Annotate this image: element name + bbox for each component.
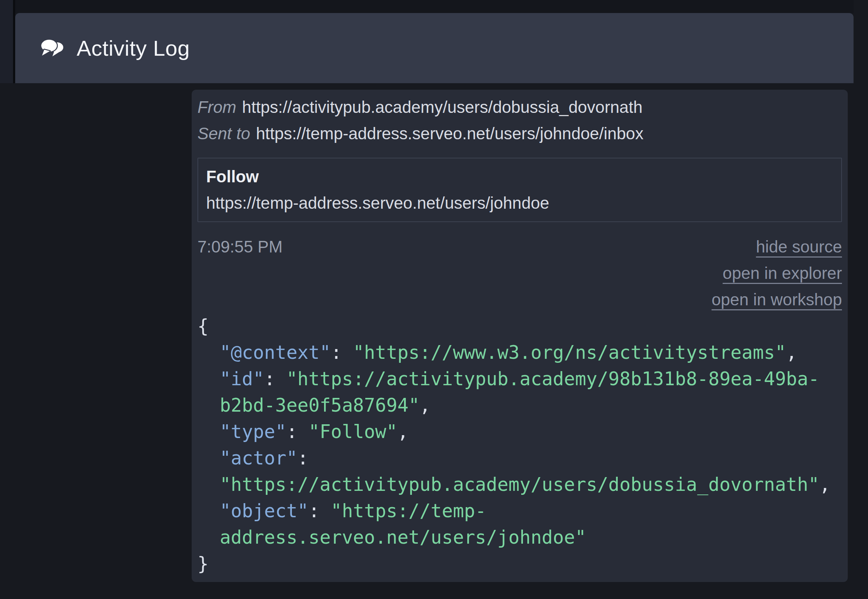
hide-source-link[interactable]: hide source [756, 234, 842, 260]
from-actor-url: https://activitypub.academy/users/dobuss… [242, 98, 642, 116]
open-in-workshop-link[interactable]: open in workshop [712, 286, 842, 313]
adjacent-column-edge [0, 0, 13, 83]
sent-to-label: Sent to [197, 124, 250, 143]
entry-actions: hide source open in explorer open in wor… [712, 234, 842, 313]
activity-object-url: https://temp-address.serveo.net/users/jo… [206, 190, 833, 216]
from-line: Fromhttps://activitypub.academy/users/do… [197, 94, 842, 120]
column-title: Activity Log [77, 36, 190, 61]
activity-type: Follow [206, 164, 833, 190]
from-label: From [197, 98, 236, 116]
activity-source-json: {"@context": "https://www.w3.org/ns/acti… [197, 313, 842, 577]
open-in-explorer-link[interactable]: open in explorer [723, 260, 842, 286]
sent-to-inbox-url: https://temp-address.serveo.net/users/jo… [256, 124, 644, 143]
comments-icon [41, 39, 65, 57]
entry-meta-row: 7:09:55 PM hide source open in explorer … [197, 234, 842, 313]
column-top-gap [15, 0, 853, 13]
activity-log-header[interactable]: Activity Log [15, 13, 853, 83]
activity-entry: Fromhttps://activitypub.academy/users/do… [192, 90, 848, 582]
sent-to-line: Sent tohttps://temp-address.serveo.net/u… [197, 120, 842, 147]
activity-summary-box: Follow https://temp-address.serveo.net/u… [197, 158, 842, 222]
timestamp: 7:09:55 PM [197, 234, 283, 260]
